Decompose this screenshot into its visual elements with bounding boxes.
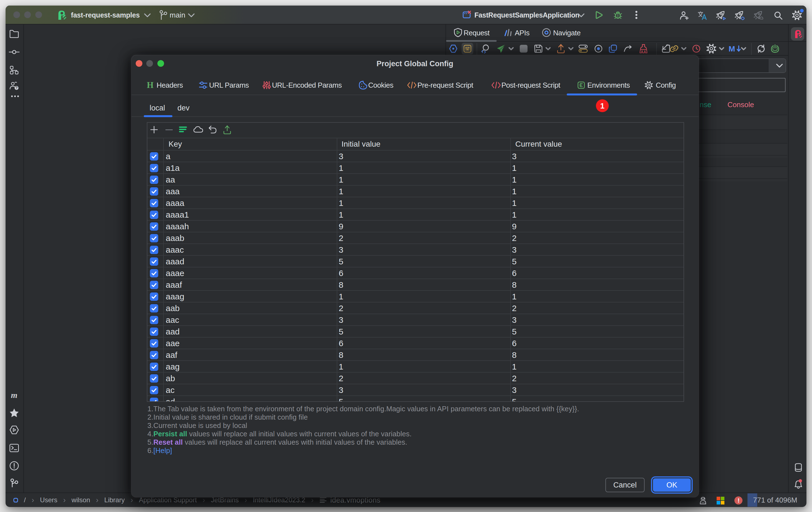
- svg-text:?: ?: [16, 86, 18, 90]
